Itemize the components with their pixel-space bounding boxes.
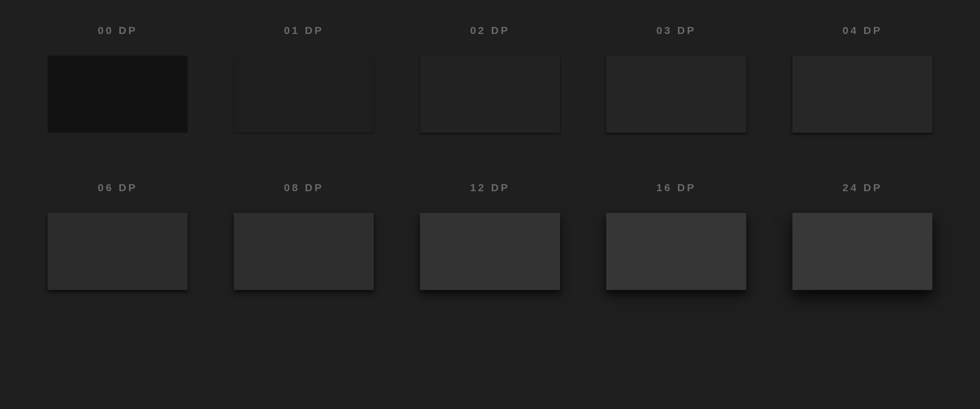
elevation-cell-03: 03 DP xyxy=(601,24,752,133)
elevation-swatch-06dp xyxy=(48,213,188,290)
elevation-swatch-12dp xyxy=(420,213,560,290)
elevation-swatch-04dp xyxy=(792,56,932,133)
elevation-cell-12: 12 DP xyxy=(414,182,566,290)
elevation-swatch-16dp xyxy=(606,213,746,290)
elevation-cell-16: 16 DP xyxy=(601,182,752,290)
elevation-cell-00: 00 DP xyxy=(42,24,193,133)
elevation-swatch-00dp xyxy=(48,56,188,133)
elevation-swatch-01dp xyxy=(234,56,374,133)
elevation-label: 04 DP xyxy=(842,24,882,37)
elevation-swatch-24dp xyxy=(792,213,932,290)
elevation-swatch-03dp xyxy=(606,56,746,133)
elevation-label: 12 DP xyxy=(470,182,510,194)
elevation-reference-sheet: 00 DP 01 DP 02 DP 03 DP 04 DP 06 DP 08 D… xyxy=(0,0,980,409)
elevation-label: 24 DP xyxy=(842,182,882,194)
elevation-label: 00 DP xyxy=(98,24,137,37)
elevation-label: 01 DP xyxy=(284,24,323,37)
elevation-label: 06 DP xyxy=(98,182,137,194)
elevation-label: 16 DP xyxy=(656,182,696,194)
elevation-label: 03 DP xyxy=(656,24,696,37)
elevation-label: 08 DP xyxy=(284,182,323,194)
elevation-cell-04: 04 DP xyxy=(787,24,938,133)
elevation-cell-08: 08 DP xyxy=(228,182,379,290)
elevation-swatch-08dp xyxy=(234,213,374,290)
elevation-swatch-02dp xyxy=(420,56,560,133)
elevation-grid: 00 DP 01 DP 02 DP 03 DP 04 DP 06 DP 08 D… xyxy=(0,24,980,290)
elevation-cell-02: 02 DP xyxy=(414,24,566,133)
elevation-cell-06: 06 DP xyxy=(42,182,193,290)
elevation-label: 02 DP xyxy=(470,24,510,37)
elevation-cell-01: 01 DP xyxy=(228,24,379,133)
elevation-cell-24: 24 DP xyxy=(787,182,938,290)
